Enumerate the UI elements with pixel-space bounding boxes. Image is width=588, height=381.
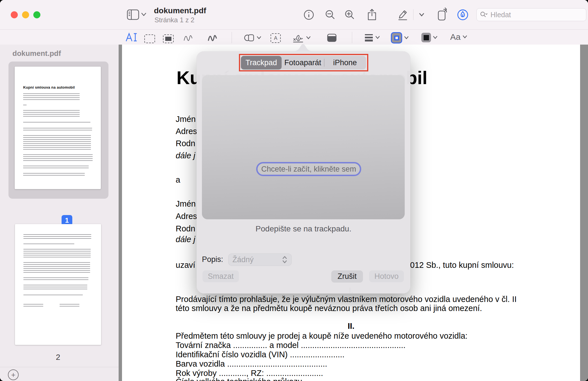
thumb-text-lines: [23, 173, 85, 177]
doc-line: Rodn: [176, 224, 195, 233]
doc-line: uzaví: [176, 260, 195, 270]
border-color-swatch[interactable]: [391, 32, 409, 43]
page-1-thumbnail-selected[interactable]: Kupní smlouva na automobil 1: [8, 62, 108, 199]
text-selection-tool-icon[interactable]: [125, 32, 138, 43]
search-icon: [480, 11, 488, 18]
delete-button-label: Smazat: [208, 272, 234, 281]
trackpad-signing-area[interactable]: Chcete-li začít, klikněte sem: [202, 75, 405, 219]
search-field[interactable]: [476, 8, 586, 21]
thumb-text-lines: [60, 304, 79, 308]
description-value: Žádný: [232, 255, 254, 264]
chevron-down-icon: [306, 36, 311, 40]
markup-chevron-icon[interactable]: [419, 13, 425, 17]
thumbnail-sidebar: dokument.pdf Kupní smlouva na automobil …: [0, 45, 119, 381]
markup-pencil-icon[interactable]: [397, 8, 408, 21]
doc-line: Adres: [176, 126, 197, 136]
doc-line: Prodávající tímto prohlašuje, že je výlu…: [176, 294, 517, 304]
signature-tool-icon[interactable]: [292, 32, 311, 44]
info-icon[interactable]: [304, 10, 314, 20]
note-tool-icon[interactable]: [327, 34, 337, 42]
doc-line: Identifikační číslo vozidla (VIN) ......…: [176, 350, 345, 359]
redact-tool-icon[interactable]: [163, 34, 174, 43]
page-2-thumbnail[interactable]: [15, 224, 101, 345]
chevron-down-icon: [404, 36, 409, 40]
doc-line: této smlouvy a že na předmětu koupě nevá…: [176, 303, 482, 313]
window-page-indicator: Stránka 1 z 2: [154, 16, 194, 24]
cancel-button[interactable]: Zrušit: [331, 270, 363, 282]
share-icon[interactable]: [367, 8, 377, 21]
chevron-down-icon: [433, 36, 438, 39]
page-1-thumbnail[interactable]: Kupní smlouva na automobil: [15, 67, 101, 189]
signature-popover: Trackpad Fotoaparát iPhone Chcete-li zač…: [197, 51, 410, 294]
text-style-button[interactable]: Aa: [450, 32, 467, 42]
thumb-text-lines: [23, 110, 80, 118]
description-dropdown[interactable]: Žádný: [228, 253, 292, 266]
delete-button[interactable]: Smazat: [202, 270, 239, 282]
thumb-text-lines: [23, 277, 88, 281]
sidebar-doc-label: dokument.pdf: [12, 49, 61, 58]
line-weight-icon[interactable]: [365, 34, 380, 41]
canvas-gutter-left: [119, 45, 122, 381]
click-to-start-button[interactable]: Chcete-li začít, klikněte sem: [256, 162, 361, 176]
thumb-signature-row: [23, 304, 101, 308]
minimize-window-button[interactable]: [22, 11, 29, 18]
doc-section-number: II.: [122, 321, 580, 331]
doc-line: Rok výroby ............, RZ: ...........…: [176, 368, 323, 378]
thumbnail-heading: Kupní smlouva na automobil: [23, 85, 101, 89]
fill-color-swatch[interactable]: [421, 33, 438, 42]
add-page-button[interactable]: +: [8, 369, 19, 380]
toolbar-separator: [413, 9, 413, 20]
rect-selection-tool-icon[interactable]: [144, 34, 155, 43]
thumb-text-lines: [23, 249, 91, 259]
sketch-tool-icon[interactable]: [183, 33, 193, 43]
thumb-text-lines: [23, 105, 27, 107]
annotation-red-rectangle: [239, 54, 368, 71]
fill-and-sign-pen-icon[interactable]: [457, 9, 469, 21]
stepper-chevrons-icon: [282, 255, 288, 264]
zoom-in-icon[interactable]: [345, 10, 355, 20]
window-title: dokument.pdf: [154, 6, 206, 15]
draw-tool-icon[interactable]: [207, 33, 217, 43]
zoom-out-icon[interactable]: [325, 10, 336, 20]
doc-line: Tovární značka ............... a model .…: [176, 340, 406, 350]
doc-line: a: [176, 175, 180, 185]
doc-line: Rodn: [176, 139, 195, 148]
chevron-down-icon: [375, 36, 380, 39]
redact-fill: [165, 37, 171, 41]
done-button[interactable]: Hotovo: [369, 270, 404, 282]
doc-line: dále j: [176, 151, 195, 160]
thumb-text-lines: [23, 295, 83, 297]
doc-line: dále j: [176, 235, 195, 244]
doc-line: Předmětem této smlouvy je prodej a koupě…: [176, 331, 467, 341]
thumb-text-lines: [23, 122, 90, 124]
sidebar-toggle-icon[interactable]: [127, 9, 139, 20]
sidebar-chevron-icon[interactable]: [141, 12, 147, 16]
doc-line: Číslo velkého technického průkazu: [176, 377, 302, 381]
popover-arrow: [291, 44, 315, 52]
text-style-label: Aa: [450, 32, 461, 42]
thumb-text-lines: [23, 154, 93, 162]
search-input[interactable]: [490, 10, 583, 19]
fill-color-preview: [424, 35, 429, 40]
preview-window: dokument.pdf Stránka 1 z 2: [0, 0, 588, 381]
thumb-text-lines: [23, 244, 74, 246]
sidebar-bottom-bar: +: [0, 367, 119, 381]
page-2-number: 2: [15, 353, 101, 362]
thumb-text-lines: [23, 93, 80, 101]
thumb-text-lines: [23, 262, 90, 274]
thumb-text-lines: [23, 234, 91, 240]
doc-line: Jmén: [176, 114, 196, 124]
rotate-icon[interactable]: [436, 7, 449, 21]
doc-line: Barva vozidla ..........................…: [176, 359, 327, 369]
close-window-button[interactable]: [11, 11, 18, 18]
zoom-window-button[interactable]: [33, 11, 40, 18]
canvas-gutter-right[interactable]: [580, 45, 588, 381]
markup-toolbar: A: [0, 30, 588, 45]
title-bar: dokument.pdf Stránka 1 z 2: [0, 0, 588, 30]
text-box-tool-icon[interactable]: A: [271, 33, 281, 43]
done-button-label: Hotovo: [374, 272, 399, 281]
thumb-text-lines: [23, 285, 87, 291]
thumb-text-lines: [23, 166, 89, 170]
doc-line: Jmén: [176, 199, 196, 209]
shapes-tool-icon[interactable]: [243, 32, 262, 43]
